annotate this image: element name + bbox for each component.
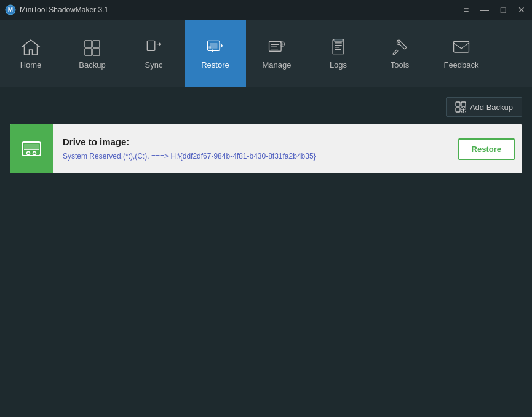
- maximize-button[interactable]: □: [498, 6, 509, 14]
- nav-label-logs: Logs: [330, 60, 347, 70]
- svg-rect-5: [93, 49, 100, 55]
- svg-point-9: [212, 49, 214, 52]
- svg-rect-11: [269, 41, 282, 51]
- nav-item-backup[interactable]: Backup: [62, 20, 123, 87]
- navbar: Home Backup Sync: [0, 20, 532, 87]
- card-actions: Restore: [451, 124, 522, 173]
- svg-rect-17: [461, 102, 466, 106]
- manage-icon: [267, 38, 287, 57]
- nav-label-backup: Backup: [79, 60, 105, 70]
- svg-rect-8: [210, 42, 217, 48]
- restore-icon: [205, 38, 225, 57]
- svg-rect-4: [85, 49, 92, 55]
- toolbar: Add Backup: [10, 97, 522, 117]
- app-title: MiniTool ShadowMaker 3.1: [20, 6, 108, 14]
- tools-icon: [390, 38, 410, 57]
- svg-rect-18: [456, 108, 460, 112]
- nav-item-logs[interactable]: Logs: [308, 20, 369, 87]
- svg-rect-10: [208, 46, 211, 49]
- svg-point-23: [33, 152, 36, 155]
- nav-label-sync: Sync: [145, 60, 163, 70]
- main-content: Add Backup Drive to image: System Reserv…: [0, 87, 532, 417]
- nav-label-restore: Restore: [201, 60, 229, 70]
- title-left: M MiniTool ShadowMaker 3.1: [5, 4, 108, 15]
- nav-label-home: Home: [20, 60, 42, 70]
- svg-text:M: M: [8, 7, 13, 14]
- close-button[interactable]: ✕: [516, 6, 527, 14]
- svg-rect-6: [147, 41, 154, 50]
- add-backup-button[interactable]: Add Backup: [446, 97, 522, 117]
- svg-rect-14: [334, 39, 343, 41]
- nav-item-sync[interactable]: Sync: [123, 20, 185, 87]
- svg-rect-15: [454, 41, 469, 52]
- nav-item-feedback[interactable]: Feedback: [431, 20, 492, 87]
- logs-icon: [328, 38, 348, 57]
- backup-icon: [82, 38, 102, 57]
- nav-item-manage[interactable]: Manage: [246, 20, 308, 87]
- nav-item-restore[interactable]: Restore: [185, 20, 246, 87]
- nav-label-feedback: Feedback: [443, 60, 478, 70]
- restore-card: Drive to image: System Reserved,(*:),(C:…: [10, 124, 522, 173]
- nav-label-manage: Manage: [263, 60, 292, 70]
- svg-point-22: [27, 152, 30, 155]
- sync-icon: [144, 38, 164, 57]
- restore-button[interactable]: Restore: [458, 138, 515, 160]
- svg-rect-16: [456, 102, 460, 106]
- nav-item-home[interactable]: Home: [0, 20, 62, 87]
- app-logo-icon: M: [5, 4, 16, 15]
- home-icon: [21, 38, 41, 57]
- add-backup-icon: [455, 101, 466, 113]
- add-backup-label: Add Backup: [470, 103, 513, 112]
- svg-rect-3: [93, 41, 100, 47]
- svg-rect-2: [85, 41, 92, 47]
- svg-rect-13: [333, 39, 344, 54]
- nav-label-tools: Tools: [391, 60, 409, 70]
- title-bar: M MiniTool ShadowMaker 3.1 ≡ — □ ✕: [0, 0, 532, 20]
- feedback-icon: [451, 38, 471, 57]
- card-path: System Reserved,(*:),(C:). ===> H:\{ddf2…: [63, 151, 441, 162]
- title-controls: ≡ — □ ✕: [461, 6, 527, 14]
- drive-icon: [20, 137, 43, 161]
- menu-button[interactable]: ≡: [461, 6, 472, 14]
- card-content: Drive to image: System Reserved,(*:),(C:…: [53, 124, 451, 173]
- card-title: Drive to image:: [63, 137, 441, 147]
- nav-item-tools[interactable]: Tools: [369, 20, 431, 87]
- card-icon-box: [10, 124, 53, 173]
- minimize-button[interactable]: —: [479, 6, 490, 14]
